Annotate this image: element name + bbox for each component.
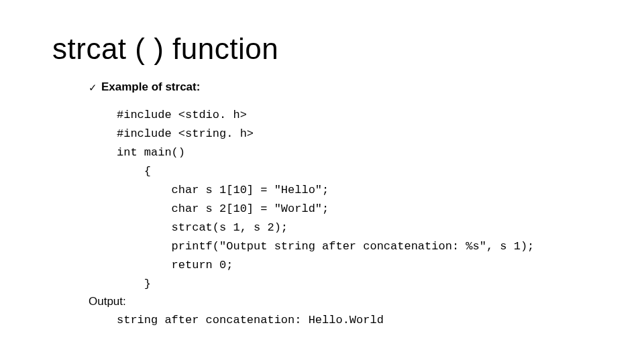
code-line: }: [117, 275, 644, 294]
code-line: printf("Output string after concatenatio…: [117, 237, 644, 256]
code-line: #include <stdio. h>: [117, 106, 644, 125]
page-title: strcat ( ) function: [52, 32, 644, 66]
bullet-text: Example of strcat:: [101, 80, 200, 94]
check-icon: ✓: [89, 82, 97, 93]
code-line: {: [117, 162, 644, 181]
bullet-row: ✓ Example of strcat:: [89, 80, 644, 94]
code-line: int main(): [117, 143, 644, 162]
slide: strcat ( ) function ✓ Example of strcat:…: [0, 0, 644, 362]
code-line: #include <string. h>: [117, 125, 644, 143]
code-line: char s 2[10] = "World";: [117, 200, 644, 219]
code-line: char s 1[10] = "Hello";: [117, 181, 644, 200]
code-line: strcat(s 1, s 2);: [117, 219, 644, 237]
output-label: Output:: [89, 295, 644, 308]
code-block: #include <stdio. h>#include <string. h>i…: [117, 106, 644, 294]
output-text: string after concatenation: Hello.World: [117, 314, 644, 326]
code-line: return 0;: [117, 256, 644, 275]
